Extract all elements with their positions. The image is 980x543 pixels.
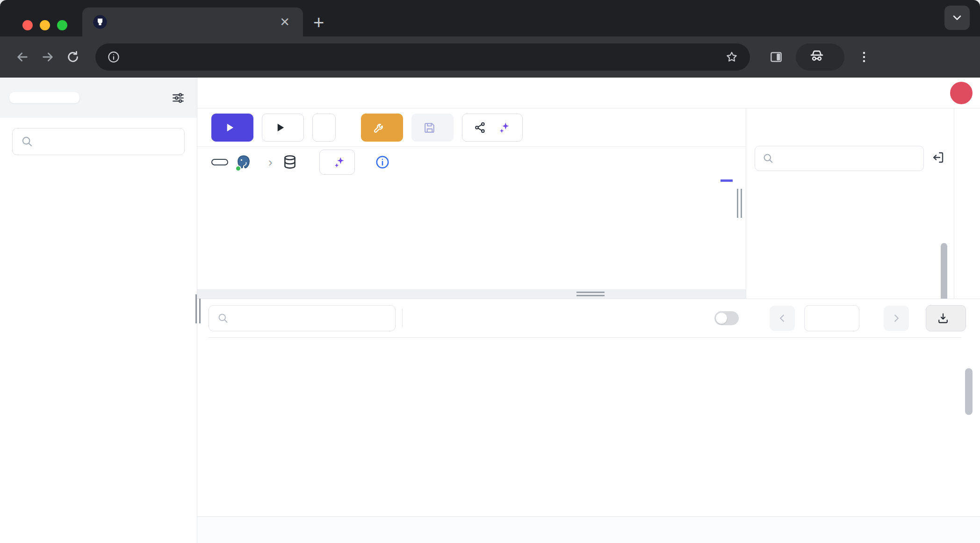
tab-project[interactable]	[9, 92, 79, 103]
postgres-instance-icon	[236, 154, 252, 170]
play-icon	[274, 121, 287, 134]
user-avatar[interactable]	[950, 82, 973, 104]
tab-search-button[interactable]	[944, 6, 970, 30]
sheet-panel-tabs	[746, 108, 954, 146]
sidebar-header	[0, 78, 197, 118]
sheet-panel	[746, 108, 954, 299]
prev-page-button[interactable]	[770, 306, 795, 331]
incognito-badge	[796, 43, 844, 71]
window-controls[interactable]	[22, 20, 67, 30]
browser-tab-close-icon[interactable]: ✕	[277, 15, 293, 29]
forward-button[interactable]	[37, 47, 58, 67]
save-icon	[423, 121, 436, 134]
connection-info-icon[interactable]	[375, 154, 390, 170]
sheet-scrollbar[interactable]	[941, 214, 947, 299]
share-icon	[474, 121, 487, 134]
ai-sparkles-icon	[498, 121, 511, 134]
next-page-button[interactable]	[884, 306, 909, 331]
wrench-icon	[373, 121, 386, 134]
side-panel-icon[interactable]	[766, 47, 786, 67]
database-tree	[0, 160, 197, 543]
environment-badge[interactable]	[211, 159, 228, 165]
instance-status-dot	[235, 165, 241, 171]
browser-window: ✕ +	[0, 0, 980, 543]
search-icon	[216, 312, 230, 325]
tab-instance[interactable]	[83, 92, 153, 103]
run-button[interactable]	[211, 114, 253, 142]
browser-tab[interactable]: ✕	[82, 7, 303, 36]
sheet-list	[746, 179, 954, 299]
vertical-display-toggle[interactable]	[714, 311, 739, 325]
editor-scroll-indicator	[721, 179, 733, 182]
export-button[interactable]	[926, 305, 966, 331]
search-icon	[20, 135, 34, 149]
browser-toolbar	[0, 36, 980, 78]
batch-button[interactable]	[319, 150, 355, 175]
breadcrumb-chevron-icon: ›	[267, 155, 274, 170]
database-search[interactable]	[12, 128, 185, 155]
bookmark-star-icon[interactable]	[725, 50, 739, 64]
ai-sparkles-icon	[333, 156, 346, 169]
sheet-search[interactable]	[755, 146, 924, 171]
share-button[interactable]	[462, 114, 523, 142]
sql-editor[interactable]	[197, 178, 746, 289]
side-tab-strip	[954, 108, 980, 299]
download-icon	[937, 312, 950, 325]
maximize-window-button[interactable]	[57, 20, 67, 30]
page-number-input[interactable]	[804, 305, 859, 331]
browser-menu-icon[interactable]	[854, 47, 874, 67]
results-toolbar	[197, 299, 980, 337]
format-button[interactable]	[312, 114, 336, 142]
filter-settings-icon[interactable]	[169, 88, 187, 107]
new-browser-tab-button[interactable]: +	[313, 13, 324, 32]
main-area: ›	[197, 78, 980, 543]
search-icon	[762, 152, 775, 165]
close-window-button[interactable]	[22, 20, 33, 30]
bytebase-favicon-icon	[93, 14, 108, 29]
panel-resize-handle[interactable]	[737, 189, 742, 218]
reload-button[interactable]	[63, 47, 83, 67]
sidebar	[0, 78, 197, 543]
minimize-window-button[interactable]	[40, 20, 50, 30]
database-icon	[282, 154, 298, 170]
browser-tabstrip: ✕ +	[0, 0, 980, 36]
play-icon	[223, 121, 236, 134]
status-bar	[197, 516, 980, 543]
results-grid	[197, 337, 980, 516]
database-search-input[interactable]	[40, 135, 177, 149]
site-info-icon[interactable]	[107, 50, 121, 64]
horizontal-splitter[interactable]	[197, 289, 746, 299]
grid-header	[209, 337, 961, 338]
collapse-panel-icon[interactable]	[930, 150, 945, 167]
connection-breadcrumb: ›	[197, 147, 746, 178]
url-bar[interactable]	[95, 43, 750, 71]
results-search[interactable]	[209, 305, 396, 331]
results-panel	[197, 299, 980, 516]
save-button[interactable]	[411, 114, 454, 142]
editor-tab-bar	[197, 78, 980, 108]
sheet-search-input[interactable]	[779, 151, 917, 166]
execution-toolbar	[197, 108, 746, 147]
admin-mode-button[interactable]	[361, 114, 403, 142]
splitter-grip[interactable]	[576, 292, 605, 296]
results-search-input[interactable]	[235, 311, 388, 326]
explain-button[interactable]	[262, 114, 304, 142]
back-button[interactable]	[12, 47, 33, 67]
grid-scrollbar[interactable]	[965, 368, 973, 513]
bytebase-sql-editor: ›	[0, 78, 980, 543]
incognito-icon	[809, 48, 825, 66]
new-sheet-tab-button[interactable]	[197, 78, 210, 108]
editor-column: ›	[197, 108, 746, 299]
